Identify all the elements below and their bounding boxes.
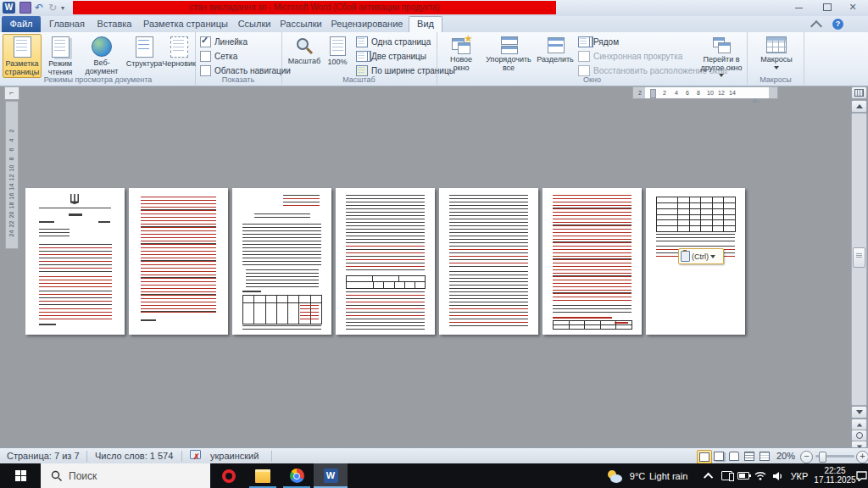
close-button[interactable]: ✕ <box>841 0 865 15</box>
group-window: ★ Новое окно Упорядочить все Разделить Р… <box>437 32 748 85</box>
web-layout-view-button[interactable] <box>727 450 741 463</box>
minimize-button[interactable] <box>787 0 810 15</box>
battery-icon[interactable] <box>736 463 751 488</box>
arrange-all-button[interactable]: Упорядочить все <box>481 34 536 78</box>
group-label-zoom: Масштаб <box>281 75 437 84</box>
one-page-option[interactable]: Одна страница <box>356 36 431 48</box>
tab-review[interactable]: Рецензирование <box>327 16 407 32</box>
switch-windows-button[interactable]: Перейти в другое окно <box>697 34 746 81</box>
two-pages-option[interactable]: Две страницы <box>356 50 426 63</box>
zoom-slider-track[interactable] <box>815 455 854 458</box>
gridlines-checkbox[interactable]: Сетка <box>200 50 237 63</box>
clock[interactable]: 22:25 17.11.2025 <box>812 466 858 485</box>
zoom-label: Масштаб <box>288 58 321 66</box>
zoom-out-button[interactable]: − <box>800 451 813 463</box>
wifi-icon[interactable] <box>753 463 768 488</box>
new-window-button[interactable]: ★ Новое окно <box>441 34 481 78</box>
switch-windows-label: Перейти в другое окно <box>698 56 745 72</box>
taskbar-search-input[interactable]: Поиск <box>41 463 210 488</box>
draft-button[interactable]: Черновик <box>162 34 196 78</box>
save-icon[interactable] <box>19 2 31 14</box>
collapse-ribbon-icon[interactable] <box>812 19 821 30</box>
weather-icon[interactable] <box>604 463 626 488</box>
search-icon <box>51 470 62 481</box>
zoom-100-button[interactable]: 100% <box>322 34 353 78</box>
search-placeholder: Поиск <box>69 470 97 482</box>
page-4[interactable] <box>336 188 435 335</box>
zoom-button[interactable]: Масштаб <box>287 34 322 78</box>
split-button[interactable]: Разделить <box>536 34 575 78</box>
language-indicator[interactable]: украинский <box>210 448 259 464</box>
scroll-down-arrow[interactable] <box>851 406 867 419</box>
previous-page-button[interactable] <box>851 419 867 430</box>
action-center-icon[interactable] <box>854 463 868 488</box>
start-button[interactable] <box>0 463 41 488</box>
your-phone-icon[interactable] <box>719 463 734 488</box>
page-3[interactable] <box>232 188 331 335</box>
right-indent-marker[interactable] <box>752 90 759 101</box>
word-count-indicator[interactable]: Число слов: 1 574 <box>95 448 173 464</box>
page-6[interactable] <box>542 188 642 335</box>
paste-options-button[interactable]: (Ctrl) <box>678 248 724 264</box>
group-macros: Макросы Макросы <box>748 32 804 85</box>
redo-icon[interactable]: ↻ <box>48 2 57 14</box>
ruler-toggle-button[interactable] <box>851 86 867 99</box>
coat-of-arms <box>70 194 79 204</box>
full-screen-view-button[interactable] <box>712 450 726 463</box>
restore-button[interactable] <box>815 0 839 15</box>
weather-description[interactable]: Light rain <box>649 463 698 488</box>
tab-file[interactable]: Файл <box>2 16 41 32</box>
tab-home[interactable]: Главная <box>44 16 90 32</box>
page7-table <box>656 197 736 232</box>
print-layout-button[interactable]: Разметка страницы <box>3 34 42 78</box>
print-layout-view-button[interactable] <box>697 450 712 464</box>
tab-page-layout[interactable]: Разметка страницы <box>139 16 232 32</box>
scrollbar-thumb[interactable] <box>853 247 865 268</box>
input-language-indicator[interactable]: УКР <box>787 463 812 488</box>
macros-button[interactable]: Макросы <box>758 34 795 81</box>
scrollbar-track[interactable] <box>851 113 867 406</box>
word-logo-icon[interactable]: W <box>3 2 15 14</box>
page-1[interactable] <box>25 188 125 335</box>
volume-icon[interactable] <box>770 463 785 488</box>
zoom-in-button[interactable]: + <box>856 451 868 463</box>
clock-date: 17.11.2025 <box>812 475 858 485</box>
zoom-100-label: 100% <box>327 58 347 67</box>
proofing-error-icon[interactable]: ✗ <box>190 448 202 464</box>
help-icon[interactable]: ? <box>832 19 843 30</box>
scroll-up-arrow[interactable] <box>851 100 867 113</box>
tray-chevron-icon[interactable] <box>702 463 717 488</box>
undo-icon[interactable]: ↶ <box>35 2 43 14</box>
tab-insert[interactable]: Вставка <box>92 16 137 32</box>
document-area[interactable]: ⌐ 2 4 6 8 10 12 14 16 18 20 22 24 2 2 4 … <box>0 86 868 447</box>
taskbar-chrome-icon[interactable] <box>280 463 314 488</box>
tab-references[interactable]: Ссылки <box>234 16 275 32</box>
outline-view-button[interactable] <box>743 450 756 463</box>
tab-stop-selector[interactable]: ⌐ <box>4 86 19 100</box>
tab-mailings[interactable]: Рассылки <box>276 16 326 32</box>
draft-view-button[interactable] <box>758 450 771 463</box>
draft-label: Черновик <box>162 60 196 69</box>
select-browse-object-button[interactable] <box>851 430 867 441</box>
taskbar-opera-icon[interactable] <box>212 463 246 488</box>
zoom-level-indicator[interactable]: 20% <box>776 448 795 464</box>
taskbar-explorer-icon[interactable] <box>246 463 280 488</box>
view-side-by-side-item[interactable]: Рядом <box>578 36 619 48</box>
indent-marker[interactable] <box>650 89 656 98</box>
page-number-indicator[interactable]: Страница: 7 из 7 <box>7 448 80 464</box>
weather-temperature[interactable]: 9°C <box>626 463 649 488</box>
page-2[interactable] <box>129 188 228 335</box>
h-ruler-number: 2 <box>659 87 670 98</box>
tab-view[interactable]: Вид <box>409 16 442 33</box>
qat-dropdown-icon[interactable]: ▾ <box>61 4 64 16</box>
ruler-checkbox[interactable]: ✓ Линейка <box>200 36 248 48</box>
outline-label: Структура <box>126 60 163 69</box>
paste-options-dropdown-icon <box>710 255 715 258</box>
outline-button[interactable]: Структура <box>125 34 164 78</box>
taskbar-word-icon[interactable]: W <box>314 463 348 488</box>
page-5[interactable] <box>439 188 538 335</box>
zoom-slider-thumb[interactable] <box>819 452 826 463</box>
reading-mode-button[interactable]: Режим чтения <box>42 34 79 78</box>
web-layout-button[interactable]: Веб-документ <box>79 34 125 78</box>
side-by-side-label: Рядом <box>593 37 619 47</box>
